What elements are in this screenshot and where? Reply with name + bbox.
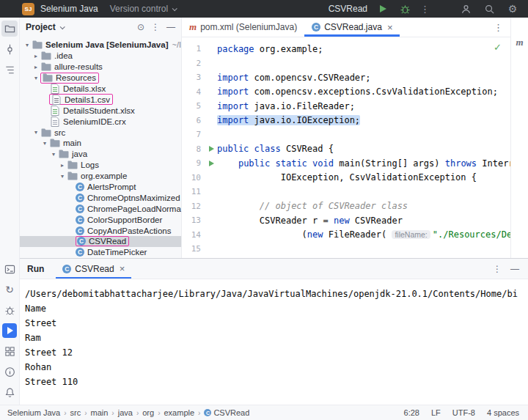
tree-item-alertsprompt[interactable]: CAlertsPrompt xyxy=(20,182,181,193)
code-text: CSVReader r = new CSVReader xyxy=(217,215,403,226)
close-icon[interactable]: × xyxy=(120,263,125,274)
run-config-name[interactable]: CSVRead xyxy=(329,4,367,14)
tree-item-label: CSVRead xyxy=(89,237,126,246)
run-gutter-button[interactable] xyxy=(205,146,217,152)
breadcrumb-item-org[interactable]: org xyxy=(142,408,154,417)
chevron-right-icon[interactable]: ▸ xyxy=(32,64,40,70)
tree-item-detailsstudent-xlsx[interactable]: DetailsStudent.xlsx xyxy=(20,105,181,116)
code-line: 15 xyxy=(182,242,510,257)
code-line: 8public class CSVRead { xyxy=(182,142,510,157)
search-button[interactable] xyxy=(483,2,496,15)
breadcrumb-item-csvread[interactable]: CCSVRead xyxy=(204,408,249,417)
vcs-menu[interactable]: Version control xyxy=(110,4,176,14)
hide-panel-icon[interactable]: — xyxy=(510,264,519,274)
more-options-icon[interactable]: ⋮ xyxy=(493,264,502,274)
tree-item-chromepageloadnormal[interactable]: CChromePageLoadNormal xyxy=(20,203,181,214)
breadcrumb-item-java[interactable]: java xyxy=(118,408,133,417)
profile-button[interactable] xyxy=(459,2,472,15)
tree-item-idea[interactable]: ▸.idea xyxy=(20,51,181,62)
tab-label: pom.xml (SeleniumJava) xyxy=(200,22,297,32)
project-logo[interactable]: SJ xyxy=(22,3,34,15)
tree-item-colorsupportborder[interactable]: CColorSupportBorder xyxy=(20,214,181,225)
code-segment: java.io.FileReader; xyxy=(249,101,355,111)
line-separator[interactable]: LF xyxy=(431,408,441,417)
chevron-down-icon[interactable]: ▾ xyxy=(23,42,32,48)
tree-item-allure-results[interactable]: ▸allure-results xyxy=(20,62,181,73)
chevron-down-icon[interactable]: ▾ xyxy=(32,75,40,81)
chevron-down-icon[interactable]: ▾ xyxy=(32,129,40,136)
tree-item-src[interactable]: ▾src xyxy=(20,127,181,138)
breadcrumb-item-src[interactable]: src xyxy=(70,408,81,417)
tree-item-java[interactable]: ▾java xyxy=(20,149,181,160)
commit-icon[interactable] xyxy=(1,41,18,57)
class-icon: C xyxy=(76,215,84,224)
tree-item-seleniumide-crx[interactable]: SeleniumIDE.crx xyxy=(20,116,181,127)
more-run-actions-icon[interactable]: ⋮ xyxy=(420,4,430,15)
debug-icon[interactable] xyxy=(1,302,18,318)
breadcrumb-item-selenium-java[interactable]: Selenium Java xyxy=(7,408,60,417)
indent-style[interactable]: 4 spaces xyxy=(487,408,519,417)
more-options-icon[interactable]: ⋮ xyxy=(151,22,160,32)
run-console[interactable]: /Users/debomitabhattacharjee/Library/Jav… xyxy=(20,280,528,405)
code-segment: package xyxy=(217,44,254,54)
notifications-icon[interactable] xyxy=(1,384,18,400)
tree-item-main[interactable]: ▾main xyxy=(20,138,181,149)
problems-icon[interactable] xyxy=(1,364,18,380)
tree-item-copyandpasteactions[interactable]: CCopyAndPasteActions xyxy=(20,225,181,236)
project-panel-title[interactable]: Project xyxy=(26,22,56,32)
breadcrumbs: Selenium Java›src›main›java›org›example›… xyxy=(7,408,249,417)
tree-item-logs[interactable]: ▸Logs xyxy=(20,160,181,171)
chevron-right-icon[interactable]: ▸ xyxy=(58,162,67,169)
run-button[interactable] xyxy=(376,2,389,15)
project-name-menu[interactable]: Selenium Java xyxy=(40,4,98,14)
select-opened-file-icon[interactable]: ⊙ xyxy=(137,22,144,32)
chevron-down-icon[interactable]: ▾ xyxy=(40,140,49,147)
maven-tool-button[interactable]: m xyxy=(516,37,523,48)
tree-item-resources[interactable]: ▾Resources xyxy=(20,73,181,84)
breadcrumb-separator: › xyxy=(158,409,160,417)
rerun-icon[interactable]: ↻ xyxy=(1,281,18,298)
inspections-ok-icon[interactable]: ✓ xyxy=(494,42,502,53)
tree-item-label: java xyxy=(72,150,87,158)
code-line: 3import com.opencsv.CSVReader; xyxy=(182,70,510,85)
tree-item-datetimepicker[interactable]: CDateTimePicker xyxy=(20,247,181,258)
breadcrumb-item-main[interactable]: main xyxy=(91,408,109,417)
tab-csvread-java[interactable]: C CSVRead.java × xyxy=(304,18,400,37)
tree-item-label: DateTimePicker xyxy=(87,248,147,257)
chevron-down-icon[interactable] xyxy=(59,24,65,29)
tree-item-org-example[interactable]: ▾org.example xyxy=(20,171,181,182)
caret-position[interactable]: 6:28 xyxy=(404,408,419,417)
file-encoding[interactable]: UTF-8 xyxy=(452,408,475,417)
structure-icon[interactable] xyxy=(1,62,18,78)
run-panel-title[interactable]: Run xyxy=(27,264,44,274)
tree-item-csvread[interactable]: CCSVRead xyxy=(20,236,181,247)
run-tab-csvread[interactable]: C CSVRead × xyxy=(56,259,131,279)
breadcrumb-item-example[interactable]: example xyxy=(164,408,194,417)
settings-button[interactable]: ⚙ xyxy=(506,2,519,15)
code-text: import com.opencsv.exceptions.CsvValidat… xyxy=(217,86,498,97)
tree-item-content: SeleniumIDE.crx xyxy=(49,117,126,126)
tree-item-details-xlsx[interactable]: Details.xlsx xyxy=(20,84,181,95)
chevron-right-icon[interactable]: ▸ xyxy=(32,53,40,59)
tree-item-chromeoptnsmaximized[interactable]: CChromeOptnsMaximized xyxy=(20,192,181,203)
code-text: public class CSVRead { xyxy=(217,144,334,154)
tree-item-details1-csv[interactable]: Details1.csv xyxy=(20,94,181,105)
project-folder-icon[interactable] xyxy=(1,21,18,37)
code-editor[interactable]: 1package org.example;23import com.opencs… xyxy=(182,38,510,258)
folder-icon xyxy=(40,62,51,72)
tab-pom-xml[interactable]: m pom.xml (SeleniumJava) xyxy=(182,18,304,37)
terminal-icon[interactable] xyxy=(1,261,18,277)
code-segment: com.opencsv.CSVReader; xyxy=(249,73,370,83)
debug-button[interactable] xyxy=(398,2,411,15)
tab-options-icon[interactable]: ⋮ xyxy=(494,22,503,33)
code-segment: public xyxy=(238,158,270,169)
tree-item-label: Details.xlsx xyxy=(63,84,106,93)
run-icon[interactable] xyxy=(1,323,18,339)
services-icon[interactable] xyxy=(1,343,18,359)
run-gutter-button[interactable] xyxy=(205,161,217,166)
tree-item-selenium-java-seleniumjava[interactable]: ▾Selenium Java [SeleniumJava] ~/IdeaProj… xyxy=(20,40,181,51)
hide-panel-icon[interactable]: — xyxy=(166,22,175,32)
chevron-down-icon[interactable]: ▾ xyxy=(49,151,58,158)
chevron-down-icon[interactable]: ▾ xyxy=(58,173,67,180)
close-icon[interactable]: × xyxy=(387,22,393,33)
